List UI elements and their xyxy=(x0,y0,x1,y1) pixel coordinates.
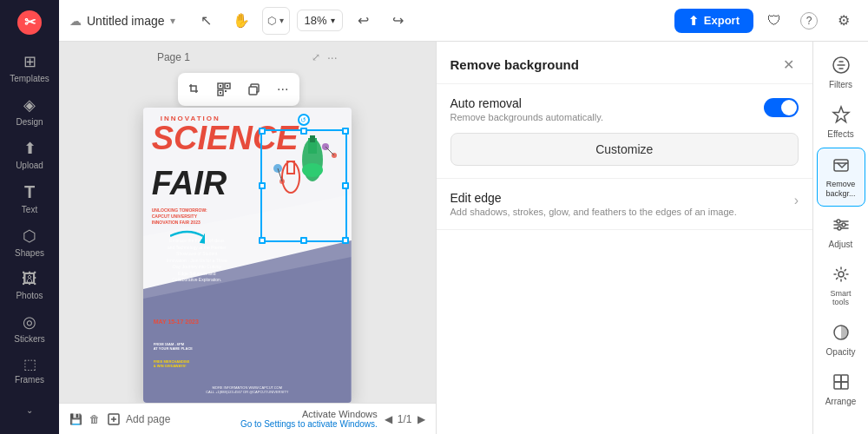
help-button[interactable]: ? xyxy=(795,7,823,35)
arrange-button[interactable]: Arrange xyxy=(817,365,865,413)
sidebar-label-templates: Templates xyxy=(10,74,49,83)
settings-button[interactable]: ⚙ xyxy=(830,7,858,35)
select-tool[interactable]: ↖ xyxy=(193,7,220,35)
remove-bg-button[interactable]: Removebackgr... xyxy=(817,148,865,207)
smart-tools-button[interactable]: Smarttools xyxy=(817,258,865,315)
adjust-button[interactable]: Adjust xyxy=(817,208,865,256)
svg-point-27 xyxy=(837,220,840,223)
poster-fair-text: FAIR xyxy=(152,167,227,200)
svg-point-30 xyxy=(838,272,844,277)
shield-button[interactable]: 🛡 xyxy=(760,7,788,35)
smart-tools-icon xyxy=(832,265,851,286)
sidebar-label-upload: Upload xyxy=(16,161,43,170)
poster-event-text: FREE MERCHANDISE& WIN GIVEAWAYS! xyxy=(154,359,190,368)
page-toolbar: ··· xyxy=(178,73,299,106)
svg-point-28 xyxy=(842,223,845,227)
frame-tool[interactable]: ⬡ ▾ xyxy=(262,7,290,35)
sidebar-item-upload[interactable]: ⬆ Upload xyxy=(3,134,56,175)
auto-removal-section: Auto removal Remove backgrounds automati… xyxy=(437,84,813,179)
auto-removal-desc: Remove backgrounds automatically. xyxy=(450,112,604,122)
sidebar-item-stickers[interactable]: ◎ Stickers xyxy=(3,307,56,349)
canvas-area: Page 1 ⤢ ··· xyxy=(59,42,436,434)
export-button[interactable]: ⬆ Export xyxy=(674,9,753,33)
handle-tr[interactable] xyxy=(342,128,349,135)
sidebar-item-text[interactable]: T Text xyxy=(3,177,56,220)
right-icons-panel: Filters Effects Removeba xyxy=(812,42,868,434)
rotate-handle[interactable]: ↺ xyxy=(298,114,310,126)
add-page-label: Add page xyxy=(126,413,170,425)
svg-rect-6 xyxy=(227,85,228,87)
arrange-icon xyxy=(832,372,851,393)
undo-button[interactable]: ↩ xyxy=(350,7,378,35)
effects-button[interactable]: Effects xyxy=(817,98,865,146)
undo-icon: ↩ xyxy=(358,12,369,29)
design-icon: ◈ xyxy=(23,95,36,115)
left-sidebar: ✂ ⊞ Templates ◈ Design ⬆ Upload T Text ⬡… xyxy=(0,0,59,434)
canvas-content: Page 1 ⤢ ··· xyxy=(59,42,436,434)
text-icon: T xyxy=(24,182,35,202)
sidebar-item-frames[interactable]: ⬚ Frames xyxy=(3,351,56,390)
redo-button[interactable]: ↪ xyxy=(385,7,412,35)
crop-tool[interactable] xyxy=(181,76,207,102)
zoom-value: 18% xyxy=(305,14,327,27)
qr-tool[interactable] xyxy=(211,76,237,102)
sidebar-label-text: Text xyxy=(22,205,37,214)
sidebar-collapse-btn[interactable]: ⌄ xyxy=(3,400,56,420)
flask-image xyxy=(265,134,343,238)
edit-edge-chevron-icon[interactable]: › xyxy=(794,193,799,208)
zoom-control[interactable]: 18% ▾ xyxy=(297,10,343,31)
auto-removal-toggle[interactable] xyxy=(764,98,799,117)
add-page-button[interactable]: Add page xyxy=(107,412,170,426)
sidebar-label-shapes: Shapes xyxy=(15,248,44,258)
sidebar-item-templates[interactable]: ⊞ Templates xyxy=(3,47,56,89)
page-counter: 1/1 xyxy=(398,413,412,425)
help-icon: ? xyxy=(800,12,818,30)
poster-website-text: MORE INFORMATION WWW.CAPCUT.COMCALL +1(8… xyxy=(143,385,352,394)
svg-point-29 xyxy=(838,227,841,230)
activate-windows-desc: Go to Settings to activate Windows. xyxy=(240,419,378,429)
sidebar-item-photos[interactable]: 🖼 Photos xyxy=(3,265,56,306)
page-navigation: ◀ 1/1 ▶ xyxy=(385,413,425,425)
save-icon[interactable]: 💾 xyxy=(69,413,82,425)
customize-button[interactable]: Customize xyxy=(450,133,799,166)
trash-icon[interactable]: 🗑 xyxy=(89,413,100,425)
duplicate-tool[interactable] xyxy=(240,76,266,102)
panel-close-button[interactable]: ✕ xyxy=(778,54,799,75)
sidebar-item-shapes[interactable]: ⬡ Shapes xyxy=(3,221,56,263)
svg-rect-9 xyxy=(249,87,257,95)
poster: INNOVATION SCIENCE FAIR UNLOCKING TOMORR… xyxy=(143,108,352,403)
close-icon: ✕ xyxy=(783,56,794,73)
edit-edge-desc: Add shadows, strokes, glow, and feathers… xyxy=(450,207,737,217)
prev-page-btn[interactable]: ◀ xyxy=(385,413,392,425)
next-page-btn[interactable]: ▶ xyxy=(418,413,425,425)
hand-tool[interactable]: ✋ xyxy=(227,7,255,35)
photos-icon: 🖼 xyxy=(22,270,37,288)
svg-marker-25 xyxy=(833,107,849,122)
main-area: ☁ Untitled image ▾ ↖ ✋ ⬡ ▾ 18% ▾ ↩ ↪ ⬆ E… xyxy=(59,0,868,434)
opacity-icon xyxy=(832,323,851,344)
app-logo[interactable]: ✂ xyxy=(14,7,45,38)
filters-label: Filters xyxy=(829,80,852,89)
edit-edge-label: Edit edge xyxy=(450,191,737,205)
effects-label: Effects xyxy=(827,129,853,139)
title-chevron-icon: ▾ xyxy=(170,15,175,27)
poster-container[interactable]: INNOVATION SCIENCE FAIR UNLOCKING TOMORR… xyxy=(143,108,352,403)
remove-bg-icon xyxy=(832,155,851,176)
more-tool[interactable]: ··· xyxy=(270,76,296,102)
svg-rect-5 xyxy=(220,85,221,87)
document-title[interactable]: ☁ Untitled image ▾ xyxy=(69,14,175,28)
filters-button[interactable]: Filters xyxy=(817,49,865,96)
svg-rect-26 xyxy=(834,160,848,171)
edit-edge-section: Edit edge Add shadows, strokes, glow, an… xyxy=(437,179,813,230)
poster-from-text: FROM 10AM - 6PMAT YOUR NAME PLACE xyxy=(154,342,193,351)
page-options-icon: ··· xyxy=(327,50,338,64)
stickers-icon: ◎ xyxy=(23,312,36,332)
svg-rect-15 xyxy=(287,161,294,174)
sidebar-item-design[interactable]: ◈ Design xyxy=(3,90,56,132)
filters-icon xyxy=(832,56,851,76)
export-label: Export xyxy=(704,14,740,27)
opacity-button[interactable]: Opacity xyxy=(817,316,865,364)
bottom-bar: 💾 🗑 Add page Activate Windows Go to Sett… xyxy=(59,403,436,434)
smart-tools-label: Smarttools xyxy=(830,289,851,308)
handle-rm[interactable] xyxy=(342,182,349,189)
